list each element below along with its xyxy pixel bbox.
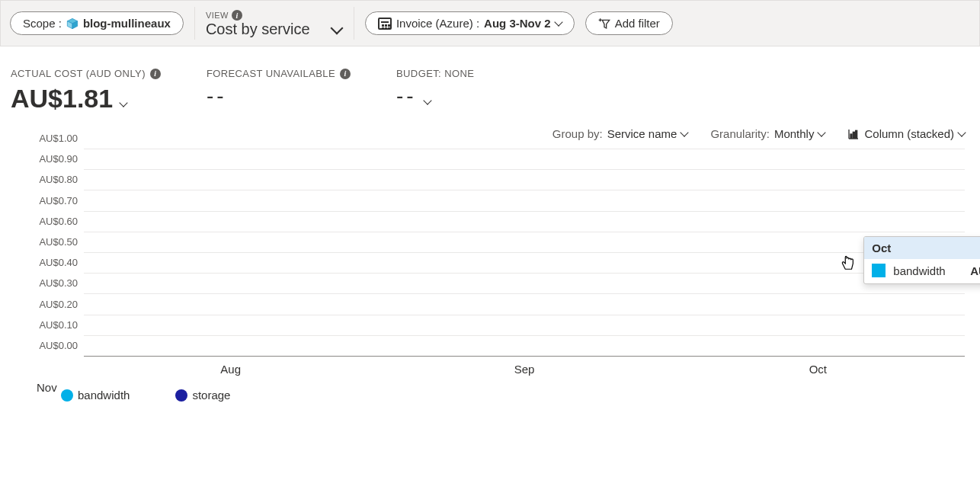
y-tick-label: AU$0.00 <box>39 340 78 351</box>
tooltip-title: Oct <box>864 237 980 259</box>
info-icon[interactable]: i <box>150 69 161 79</box>
actual-cost-block: ACTUAL COST (AUD ONLY) i AU$1.81 <box>11 68 161 114</box>
svg-rect-10 <box>856 130 857 138</box>
grid-line <box>84 293 965 294</box>
daterange-prefix: Invoice (Azure) : <box>396 17 479 30</box>
x-tick-label: Aug <box>220 363 241 376</box>
legend-swatch-storage <box>175 389 187 402</box>
svg-rect-8 <box>850 134 852 138</box>
grid-line <box>84 190 965 190</box>
legend-swatch-bandwidth <box>61 389 73 402</box>
y-tick-label: AU$0.50 <box>39 236 78 248</box>
calendar-icon <box>378 18 392 30</box>
x-tick-label: Oct <box>809 363 827 376</box>
view-label: VIEW <box>206 11 229 20</box>
column-chart-icon <box>847 128 860 140</box>
grid-line <box>84 315 965 315</box>
svg-marker-5 <box>602 20 609 28</box>
chevron-down-icon <box>957 128 966 136</box>
actual-cost-value: AU$1.81 <box>11 84 113 114</box>
groupby-label: Group by: <box>552 127 603 140</box>
add-filter-label: Add filter <box>615 17 660 30</box>
tooltip-swatch <box>872 264 886 277</box>
budget-label: BUDGET: NONE <box>396 68 474 79</box>
grid-line <box>84 211 965 212</box>
daterange-value: Aug 3-Nov 2 <box>484 17 551 30</box>
info-icon[interactable]: i <box>340 69 351 79</box>
legend-label-bandwidth: bandwidth <box>78 389 130 402</box>
chart-area: AU$0.00AU$0.10AU$0.20AU$0.30AU$0.40AU$0.… <box>0 149 980 417</box>
extra-month-label: Nov <box>37 381 57 394</box>
legend-item-bandwidth[interactable]: bandwidth <box>61 389 130 402</box>
y-tick-label: AU$0.40 <box>39 257 78 268</box>
tooltip-value: AU$0.69 <box>970 264 980 277</box>
view-selector[interactable]: VIEW i Cost by service <box>194 7 354 40</box>
y-tick-label: AU$0.30 <box>39 277 78 289</box>
forecast-value: -- <box>207 84 227 108</box>
chevron-down-icon <box>330 21 343 34</box>
budget-value: -- <box>396 84 417 108</box>
forecast-block: FORECAST UNAVAILABLE i -- <box>207 68 351 108</box>
grid-line <box>84 252 965 253</box>
scope-label: Scope : <box>23 17 62 30</box>
chevron-down-icon <box>554 18 562 26</box>
forecast-label: FORECAST UNAVAILABLE <box>207 68 335 79</box>
legend-label-storage: storage <box>192 389 230 402</box>
grid-line <box>84 356 965 357</box>
chevron-down-icon[interactable] <box>120 98 128 107</box>
y-tick-label: AU$0.70 <box>39 194 78 206</box>
grid-line <box>84 149 965 149</box>
y-tick-label: AU$0.80 <box>39 174 78 185</box>
granularity-value: Monthly <box>774 127 815 140</box>
view-value: Cost by service <box>206 21 310 38</box>
chart-legend: bandwidth storage <box>23 378 965 402</box>
cursor-hand-icon <box>839 253 856 273</box>
svg-rect-9 <box>853 132 855 138</box>
granularity-dropdown[interactable]: Granularity: Monthly <box>710 127 825 140</box>
y-tick-label: AU$0.60 <box>39 215 78 226</box>
chevron-down-icon <box>818 128 826 136</box>
grid-line <box>84 273 965 274</box>
y-tick-label: AU$0.10 <box>39 318 78 330</box>
chart-controls: Group by: Service name Granularity: Mont… <box>0 114 980 149</box>
budget-block: BUDGET: NONE -- <box>396 68 474 108</box>
resource-group-icon <box>66 18 78 30</box>
chevron-down-icon[interactable] <box>423 96 431 104</box>
granularity-label: Granularity: <box>710 127 770 140</box>
scope-value: blog-mullineaux <box>83 17 171 30</box>
legend-item-storage[interactable]: storage <box>175 389 230 402</box>
y-tick-label: AU$0.20 <box>39 298 78 309</box>
chart-tooltip: OctbandwidthAU$0.69 <box>863 236 980 284</box>
actual-cost-label: ACTUAL COST (AUD ONLY) <box>11 68 146 79</box>
groupby-dropdown[interactable]: Group by: Service name <box>552 127 688 140</box>
summary-row: ACTUAL COST (AUD ONLY) i AU$1.81 FORECAS… <box>0 46 980 114</box>
chevron-down-icon <box>681 128 689 136</box>
grid-line <box>84 335 965 336</box>
chart-type-dropdown[interactable]: Column (stacked) <box>847 127 965 140</box>
x-tick-label: Sep <box>514 363 535 376</box>
toolbar: Scope : blog-mullineaux VIEW i Cost by s… <box>0 0 980 46</box>
chart-type-value: Column (stacked) <box>864 127 954 140</box>
groupby-value: Service name <box>607 127 677 140</box>
info-icon: i <box>232 10 242 21</box>
scope-picker[interactable]: Scope : blog-mullineaux <box>10 11 184 35</box>
cost-chart[interactable]: AU$0.00AU$0.10AU$0.20AU$0.30AU$0.40AU$0.… <box>84 149 965 378</box>
daterange-picker[interactable]: Invoice (Azure) : Aug 3-Nov 2 <box>365 11 575 35</box>
add-filter-button[interactable]: Add filter <box>585 11 673 35</box>
add-filter-icon <box>598 18 610 30</box>
grid-line <box>84 232 965 232</box>
grid-line <box>84 169 965 170</box>
y-tick-label: AU$0.90 <box>39 153 78 165</box>
tooltip-series: bandwidth <box>893 264 945 277</box>
y-tick-label: AU$1.00 <box>39 133 78 144</box>
